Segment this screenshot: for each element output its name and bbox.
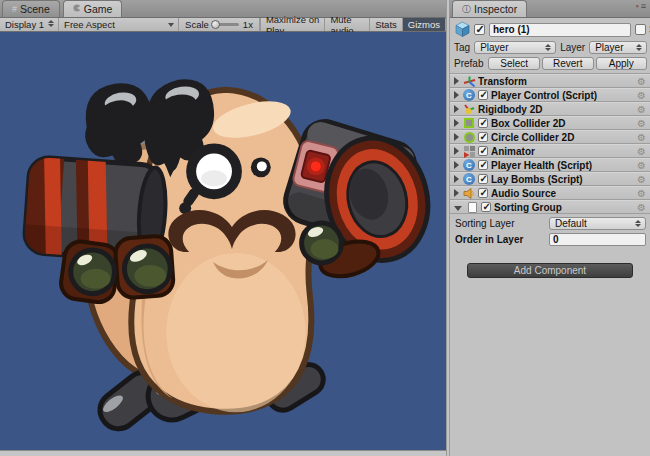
dropdown-updown-icon [48, 20, 54, 27]
dropdown-updown-icon [636, 44, 642, 51]
csharp-script-icon: C [462, 159, 476, 172]
component-header-audio-source[interactable]: Audio Source ⚙ [450, 186, 650, 200]
component-enabled-checkbox[interactable] [478, 174, 488, 184]
box-collider-2d-icon [462, 117, 476, 130]
expand-arrow-icon[interactable] [454, 175, 459, 183]
component-enabled-checkbox[interactable] [478, 90, 488, 100]
layer-dropdown[interactable]: Player [589, 41, 647, 54]
tag-dropdown[interactable]: Player [474, 41, 556, 54]
component-header-rigidbody-2d[interactable]: Rigidbody 2D ⚙ [450, 102, 650, 116]
expand-arrow-icon[interactable] [454, 161, 459, 169]
expand-arrow-icon[interactable] [454, 147, 459, 155]
gear-icon[interactable]: ⚙ [637, 174, 646, 185]
add-component-button[interactable]: Add Component [467, 263, 633, 278]
gear-icon[interactable]: ⚙ [637, 146, 646, 157]
component-enabled-checkbox[interactable] [481, 202, 491, 212]
game-view-panel: # Scene Game Display 1 Free Aspect Scale [0, 0, 446, 456]
display-dropdown[interactable]: Display 1 [0, 18, 59, 31]
component-header-player-health[interactable]: C Player Health (Script) ⚙ [450, 158, 650, 172]
sorting-layer-dropdown[interactable]: Default [549, 217, 646, 230]
component-label: Player Control (Script) [491, 90, 637, 101]
component-enabled-checkbox[interactable] [478, 132, 488, 142]
gear-icon[interactable]: ⚙ [637, 202, 646, 213]
sorting-group-icon [465, 201, 479, 214]
layer-label: Layer [560, 42, 585, 53]
tab-scene[interactable]: # Scene [2, 0, 60, 17]
prefab-select-button[interactable]: Select [488, 57, 540, 70]
gear-icon[interactable]: ⚙ [637, 118, 646, 129]
order-in-layer-label: Order in Layer [455, 234, 549, 245]
tab-game-label: Game [84, 3, 113, 15]
gear-icon[interactable]: ⚙ [637, 90, 646, 101]
component-enabled-checkbox[interactable] [478, 118, 488, 128]
component-header-sorting-group[interactable]: Sorting Group ⚙ [450, 200, 650, 214]
tab-inspector-label: Inspector [474, 3, 517, 15]
tab-inspector[interactable]: ⓘ Inspector [452, 0, 527, 17]
gizmos-button[interactable]: Gizmos [403, 18, 446, 31]
gear-icon[interactable]: ⚙ [637, 132, 646, 143]
order-in-layer-field[interactable] [549, 233, 646, 246]
stats-button[interactable]: Stats [370, 18, 403, 31]
game-view-icon [73, 4, 81, 14]
component-enabled-checkbox[interactable] [478, 188, 488, 198]
component-label: Audio Source [491, 188, 637, 199]
unity-editor-window: # Scene Game Display 1 Free Aspect Scale [0, 0, 650, 456]
dropdown-updown-icon [545, 44, 551, 51]
static-checkbox[interactable] [635, 24, 646, 35]
gear-icon[interactable]: ⚙ [637, 188, 646, 199]
rigidbody-2d-icon [462, 103, 476, 116]
component-label: Rigidbody 2D [478, 104, 637, 115]
prefab-apply-label: Apply [609, 58, 634, 69]
gear-icon[interactable]: ⚙ [637, 104, 646, 115]
gameobject-name-field[interactable] [489, 23, 631, 37]
game-toolbar: Display 1 Free Aspect Scale 1x Maximize … [0, 18, 446, 32]
tag-label: Tag [454, 42, 470, 53]
hero-sprite [0, 32, 446, 450]
gameobject-enabled-checkbox[interactable] [474, 24, 485, 35]
prefab-revert-button[interactable]: Revert [542, 57, 594, 70]
scale-control: Scale 1x [179, 18, 260, 31]
component-enabled-checkbox[interactable] [478, 146, 488, 156]
expand-arrow-icon[interactable] [454, 133, 459, 141]
scene-grid-icon: # [12, 5, 17, 14]
chevron-down-icon [168, 23, 174, 27]
layer-value: Player [595, 42, 623, 53]
collapse-arrow-icon[interactable] [454, 206, 462, 211]
add-component-label: Add Component [514, 265, 586, 276]
component-list: Transform ⚙ C Player Control (Script) ⚙ … [450, 74, 650, 278]
sorting-layer-value: Default [555, 218, 587, 229]
component-header-transform[interactable]: Transform ⚙ [450, 74, 650, 88]
component-enabled-checkbox[interactable] [478, 160, 488, 170]
expand-arrow-icon[interactable] [454, 77, 459, 85]
component-header-player-control[interactable]: C Player Control (Script) ⚙ [450, 88, 650, 102]
inspector-icon: ⓘ [462, 5, 471, 14]
component-header-animator[interactable]: Animator ⚙ [450, 144, 650, 158]
scale-label: Scale [185, 19, 209, 30]
mute-audio-button[interactable]: Mute audio [325, 18, 370, 31]
scale-value: 1x [243, 19, 253, 30]
tab-game[interactable]: Game [63, 0, 123, 17]
display-dropdown-label: Display 1 [5, 19, 44, 30]
expand-arrow-icon[interactable] [454, 91, 459, 99]
gear-icon[interactable]: ⚙ [637, 160, 646, 171]
component-label: Animator [491, 146, 637, 157]
scale-slider-knob[interactable] [211, 20, 220, 29]
component-header-lay-bombs[interactable]: C Lay Bombs (Script) ⚙ [450, 172, 650, 186]
aspect-dropdown[interactable]: Free Aspect [59, 18, 179, 31]
maximize-on-play-button[interactable]: Maximize on Play [261, 18, 325, 31]
sorting-layer-label: Sorting Layer [455, 218, 549, 229]
expand-arrow-icon[interactable] [454, 105, 459, 113]
gear-icon[interactable]: ⚙ [637, 76, 646, 87]
expand-arrow-icon[interactable] [454, 189, 459, 197]
panel-menu-icon[interactable]: ▪≡ [636, 1, 650, 17]
audio-source-icon [462, 187, 476, 200]
window-bottom-edge [0, 450, 446, 456]
gameobject-cube-icon [454, 21, 471, 38]
prefab-apply-button[interactable]: Apply [596, 57, 648, 70]
prefab-label: Prefab [454, 58, 483, 69]
csharp-script-icon: C [462, 89, 476, 102]
expand-arrow-icon[interactable] [454, 119, 459, 127]
component-header-box-collider-2d[interactable]: Box Collider 2D ⚙ [450, 116, 650, 130]
scale-slider[interactable] [213, 23, 239, 26]
component-header-circle-collider-2d[interactable]: Circle Collider 2D ⚙ [450, 130, 650, 144]
